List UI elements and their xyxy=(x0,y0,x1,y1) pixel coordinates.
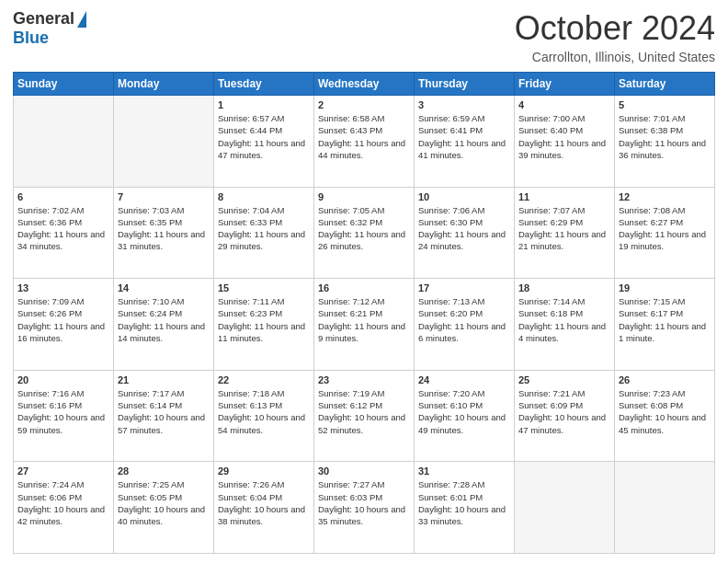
calendar-cell: 14Sunrise: 7:10 AMSunset: 6:24 PMDayligh… xyxy=(114,279,214,371)
day-detail: Sunrise: 7:01 AMSunset: 6:38 PMDaylight:… xyxy=(619,112,711,161)
location: Carrollton, Illinois, United States xyxy=(515,50,715,64)
day-number: 17 xyxy=(418,282,510,293)
calendar-cell: 16Sunrise: 7:12 AMSunset: 6:21 PMDayligh… xyxy=(314,279,415,371)
calendar-cell xyxy=(14,96,114,188)
day-detail: Sunrise: 7:27 AMSunset: 6:03 PMDaylight:… xyxy=(318,478,410,527)
day-number: 10 xyxy=(418,191,510,202)
calendar-cell: 21Sunrise: 7:17 AMSunset: 6:14 PMDayligh… xyxy=(114,370,214,462)
day-number: 29 xyxy=(218,465,310,477)
calendar-cell xyxy=(615,462,715,554)
day-header-saturday: Saturday xyxy=(615,73,715,96)
day-number: 7 xyxy=(118,191,210,202)
day-number: 15 xyxy=(218,282,310,293)
day-number: 31 xyxy=(418,465,510,477)
logo-blue: Blue xyxy=(13,29,49,48)
day-number: 30 xyxy=(318,465,410,477)
day-number: 6 xyxy=(17,191,109,202)
day-detail: Sunrise: 7:19 AMSunset: 6:12 PMDaylight:… xyxy=(318,387,410,436)
calendar-cell: 1Sunrise: 6:57 AMSunset: 6:44 PMDaylight… xyxy=(214,96,314,188)
day-number: 24 xyxy=(418,374,510,385)
calendar-header-row: SundayMondayTuesdayWednesdayThursdayFrid… xyxy=(14,73,715,96)
calendar-cell xyxy=(515,462,615,554)
day-number: 11 xyxy=(518,191,610,202)
day-number: 13 xyxy=(17,282,109,293)
day-detail: Sunrise: 7:20 AMSunset: 6:10 PMDaylight:… xyxy=(418,387,510,436)
day-number: 20 xyxy=(17,374,109,385)
calendar-cell: 26Sunrise: 7:23 AMSunset: 6:08 PMDayligh… xyxy=(615,370,715,462)
day-detail: Sunrise: 7:17 AMSunset: 6:14 PMDaylight:… xyxy=(118,387,210,436)
day-header-tuesday: Tuesday xyxy=(214,73,314,96)
day-number: 27 xyxy=(17,465,109,477)
calendar-week-5: 27Sunrise: 7:24 AMSunset: 6:06 PMDayligh… xyxy=(14,462,715,554)
day-number: 1 xyxy=(218,99,310,110)
calendar-week-3: 13Sunrise: 7:09 AMSunset: 6:26 PMDayligh… xyxy=(14,279,715,371)
day-detail: Sunrise: 7:16 AMSunset: 6:16 PMDaylight:… xyxy=(17,387,109,436)
calendar-week-1: 1Sunrise: 6:57 AMSunset: 6:44 PMDaylight… xyxy=(14,96,715,188)
day-number: 23 xyxy=(318,374,410,385)
day-detail: Sunrise: 7:10 AMSunset: 6:24 PMDaylight:… xyxy=(118,295,210,344)
day-detail: Sunrise: 7:03 AMSunset: 6:35 PMDaylight:… xyxy=(118,204,210,253)
calendar-week-2: 6Sunrise: 7:02 AMSunset: 6:36 PMDaylight… xyxy=(14,187,715,279)
day-number: 16 xyxy=(318,282,410,293)
day-header-sunday: Sunday xyxy=(14,73,114,96)
day-number: 26 xyxy=(619,374,711,385)
calendar-cell: 29Sunrise: 7:26 AMSunset: 6:04 PMDayligh… xyxy=(214,462,314,554)
day-number: 4 xyxy=(518,99,610,110)
day-detail: Sunrise: 7:15 AMSunset: 6:17 PMDaylight:… xyxy=(619,295,711,344)
day-detail: Sunrise: 6:58 AMSunset: 6:43 PMDaylight:… xyxy=(318,112,410,161)
day-detail: Sunrise: 7:04 AMSunset: 6:33 PMDaylight:… xyxy=(218,204,310,253)
day-detail: Sunrise: 7:08 AMSunset: 6:27 PMDaylight:… xyxy=(619,204,711,253)
day-number: 12 xyxy=(619,191,711,202)
header: General Blue October 2024 Carrollton, Il… xyxy=(13,9,715,64)
day-header-wednesday: Wednesday xyxy=(314,73,415,96)
calendar-cell: 27Sunrise: 7:24 AMSunset: 6:06 PMDayligh… xyxy=(14,462,114,554)
logo-general: General xyxy=(13,9,74,29)
day-detail: Sunrise: 7:02 AMSunset: 6:36 PMDaylight:… xyxy=(17,204,109,253)
day-detail: Sunrise: 6:59 AMSunset: 6:41 PMDaylight:… xyxy=(418,112,510,161)
calendar-cell: 5Sunrise: 7:01 AMSunset: 6:38 PMDaylight… xyxy=(615,96,715,188)
calendar-cell: 13Sunrise: 7:09 AMSunset: 6:26 PMDayligh… xyxy=(14,279,114,371)
day-detail: Sunrise: 7:26 AMSunset: 6:04 PMDaylight:… xyxy=(218,478,310,527)
calendar-cell: 30Sunrise: 7:27 AMSunset: 6:03 PMDayligh… xyxy=(314,462,415,554)
calendar-cell: 18Sunrise: 7:14 AMSunset: 6:18 PMDayligh… xyxy=(515,279,615,371)
day-detail: Sunrise: 7:28 AMSunset: 6:01 PMDaylight:… xyxy=(418,478,510,527)
calendar-cell: 23Sunrise: 7:19 AMSunset: 6:12 PMDayligh… xyxy=(314,370,415,462)
calendar-cell: 20Sunrise: 7:16 AMSunset: 6:16 PMDayligh… xyxy=(14,370,114,462)
calendar-cell: 9Sunrise: 7:05 AMSunset: 6:32 PMDaylight… xyxy=(314,187,415,279)
calendar-cell: 11Sunrise: 7:07 AMSunset: 6:29 PMDayligh… xyxy=(515,187,615,279)
calendar-cell: 25Sunrise: 7:21 AMSunset: 6:09 PMDayligh… xyxy=(515,370,615,462)
title-area: October 2024 Carrollton, Illinois, Unite… xyxy=(515,9,715,64)
day-header-thursday: Thursday xyxy=(415,73,515,96)
day-number: 25 xyxy=(518,374,610,385)
calendar-cell xyxy=(114,96,214,188)
day-detail: Sunrise: 7:09 AMSunset: 6:26 PMDaylight:… xyxy=(17,295,109,344)
calendar-cell: 15Sunrise: 7:11 AMSunset: 6:23 PMDayligh… xyxy=(214,279,314,371)
page: General Blue October 2024 Carrollton, Il… xyxy=(0,0,728,563)
day-detail: Sunrise: 7:07 AMSunset: 6:29 PMDaylight:… xyxy=(518,204,610,253)
day-number: 28 xyxy=(118,465,210,477)
calendar-cell: 22Sunrise: 7:18 AMSunset: 6:13 PMDayligh… xyxy=(214,370,314,462)
calendar-cell: 12Sunrise: 7:08 AMSunset: 6:27 PMDayligh… xyxy=(615,187,715,279)
calendar-cell: 31Sunrise: 7:28 AMSunset: 6:01 PMDayligh… xyxy=(415,462,515,554)
day-header-friday: Friday xyxy=(515,73,615,96)
logo-area: General Blue xyxy=(13,9,86,48)
day-number: 3 xyxy=(418,99,510,110)
calendar-week-4: 20Sunrise: 7:16 AMSunset: 6:16 PMDayligh… xyxy=(14,370,715,462)
day-detail: Sunrise: 7:21 AMSunset: 6:09 PMDaylight:… xyxy=(518,387,610,436)
day-number: 19 xyxy=(619,282,711,293)
day-number: 22 xyxy=(218,374,310,385)
calendar-cell: 8Sunrise: 7:04 AMSunset: 6:33 PMDaylight… xyxy=(214,187,314,279)
day-detail: Sunrise: 7:23 AMSunset: 6:08 PMDaylight:… xyxy=(619,387,711,436)
calendar-cell: 2Sunrise: 6:58 AMSunset: 6:43 PMDaylight… xyxy=(314,96,415,188)
day-number: 2 xyxy=(318,99,410,110)
day-detail: Sunrise: 7:12 AMSunset: 6:21 PMDaylight:… xyxy=(318,295,410,344)
day-detail: Sunrise: 7:25 AMSunset: 6:05 PMDaylight:… xyxy=(118,478,210,527)
day-detail: Sunrise: 7:05 AMSunset: 6:32 PMDaylight:… xyxy=(318,204,410,253)
calendar-table: SundayMondayTuesdayWednesdayThursdayFrid… xyxy=(13,72,715,554)
day-number: 8 xyxy=(218,191,310,202)
calendar-cell: 17Sunrise: 7:13 AMSunset: 6:20 PMDayligh… xyxy=(415,279,515,371)
day-detail: Sunrise: 7:18 AMSunset: 6:13 PMDaylight:… xyxy=(218,387,310,436)
day-number: 18 xyxy=(518,282,610,293)
day-detail: Sunrise: 6:57 AMSunset: 6:44 PMDaylight:… xyxy=(218,112,310,161)
day-detail: Sunrise: 7:00 AMSunset: 6:40 PMDaylight:… xyxy=(518,112,610,161)
